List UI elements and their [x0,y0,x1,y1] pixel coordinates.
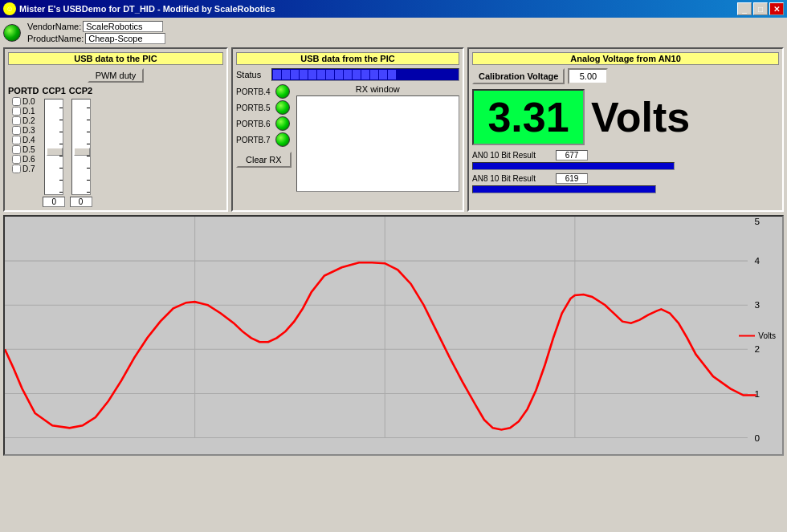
top-bar: VendorName: ScaleRobotics ProductName: C… [3,21,784,44]
calib-row: Calibration Voltage 5.00 [472,68,779,84]
portd-check-label-0: D.0 [22,97,35,106]
an0-bar [472,162,675,170]
section-panels: USB data to the PIC PWM duty PORTD D.0D.… [3,47,784,212]
an0-value: 677 [556,150,588,160]
an0-label: AN0 10 Bit Result [472,151,553,160]
calib-label: Calibration Voltage [472,68,565,84]
calib-value: 5.00 [568,68,608,84]
analog-voltage-title: Analog Voltage from AN10 [472,52,779,65]
portb-led-0 [275,84,290,99]
portd-check-label-2: D.2 [22,116,35,125]
status-row: Status [236,68,459,81]
ccp2-value: 0 [70,197,92,207]
portd-check-row-4: D.4 [12,136,35,144]
rx-textarea[interactable] [296,95,459,192]
portd-checkbox-3[interactable] [12,126,21,135]
portd-check-label-5: D.5 [22,145,35,154]
portb-row-3: PORTB.7 [236,132,292,147]
clear-rx-button[interactable]: Clear RX [236,152,292,168]
portd-check-label-6: D.6 [22,155,35,164]
product-name-label: ProductName: [27,34,84,43]
voltage-display-row: 3.31 Volts [472,89,779,145]
an8-value: 619 [556,173,588,184]
ccp1-header: CCP1 [43,86,66,95]
portb-label-2: PORTB.6 [236,120,271,128]
legend-line [739,335,755,336]
vendor-info: VendorName: ScaleRobotics ProductName: C… [27,21,165,44]
portd-check-row-6: D.6 [12,155,35,164]
portd-check-row-7: D.7 [12,164,35,173]
portb-led-2 [275,116,290,131]
an8-bar [472,185,656,193]
product-name-value: Cheap-Scope [85,33,165,44]
svg-text:4: 4 [755,256,760,266]
portb-label-0: PORTB.4 [236,87,271,96]
portb-led-1 [275,100,290,115]
ccp1-slider-track [44,99,63,195]
portd-check-row-0: D.0 [12,97,35,106]
main-content: VendorName: ScaleRobotics ProductName: C… [0,18,787,532]
portd-checkbox-4[interactable] [12,136,21,144]
vendor-name-value: ScaleRobotics [83,21,163,32]
portd-checkbox-0[interactable] [12,97,21,106]
portb-section: PORTB.4PORTB.5PORTB.6PORTB.7 Clear RX [236,84,292,192]
svg-rect-0 [5,217,782,454]
usb-from-pic-panel: USB data from the PIC Status [231,47,464,212]
an8-label: AN8 10 Bit Result [472,174,553,183]
svg-text:2: 2 [755,345,760,355]
pwm-label: PWM duty [88,68,145,83]
an0-row: AN0 10 Bit Result 677 [472,150,779,160]
portd-checkbox-2[interactable] [12,116,21,125]
window-title: Mister E's USBDemo for DT_HID - Modified… [19,4,275,14]
close-button[interactable]: ✕ [769,2,784,15]
usb-to-pic-panel: USB data to the PIC PWM duty PORTD D.0D.… [3,47,228,212]
portd-checkbox-7[interactable] [12,164,21,173]
ccp2-col: CCP2 0 [69,86,92,207]
portb-label-3: PORTB.7 [236,136,271,144]
ccp2-slider-thumb[interactable] [74,148,90,156]
maximize-button[interactable]: □ [753,2,768,15]
portd-check-row-1: D.1 [12,107,35,116]
portd-check-label-1: D.1 [22,107,35,116]
vendor-name-label: VendorName: [27,22,81,31]
ccp2-slider-track [71,99,91,195]
svg-text:0: 0 [755,433,760,443]
portd-check-row-5: D.5 [12,145,35,154]
analog-voltage-panel: Analog Voltage from AN10 Calibration Vol… [467,47,784,212]
portd-check-row-2: D.2 [12,116,35,125]
chart-area: 0 1 2 3 4 5 Volts [3,215,784,456]
ccp1-slider-thumb[interactable] [47,148,63,156]
portb-row-1: PORTB.5 [236,100,292,115]
volts-label: Volts [591,93,690,141]
chart-svg: 0 1 2 3 4 5 [5,217,782,454]
minimize-button[interactable]: _ [737,2,752,15]
ccp2-header: CCP2 [69,86,92,95]
rx-window-label: RX window [296,84,459,94]
usb-to-pic-title: USB data to the PIC [8,52,223,65]
title-bar: ☺ Mister E's USBDemo for DT_HID - Modifi… [0,0,787,18]
connection-led [3,24,21,42]
portb-row-2: PORTB.6 [236,116,292,131]
status-bar [271,68,459,81]
app-icon: ☺ [3,2,16,15]
chart-legend: Volts [739,331,776,340]
portd-checkboxes: D.0D.1D.2D.3D.4D.5D.6D.7 [12,97,35,173]
status-label: Status [236,70,268,79]
svg-text:3: 3 [755,301,760,311]
portd-checkbox-6[interactable] [12,155,21,164]
svg-text:1: 1 [755,389,760,399]
portd-checkbox-5[interactable] [12,145,21,154]
portb-led-3 [275,132,290,147]
portd-col: PORTD D.0D.1D.2D.3D.4D.5D.6D.7 [8,86,39,207]
ccp1-col: CCP1 0 [43,86,66,207]
from-pic-inner: PORTB.4PORTB.5PORTB.6PORTB.7 Clear RX RX… [236,84,459,192]
portd-check-row-3: D.3 [12,126,35,135]
portd-checkbox-1[interactable] [12,107,21,116]
portd-check-label-4: D.4 [22,136,35,144]
an8-row: AN8 10 Bit Result 619 [472,173,779,184]
portd-check-label-3: D.3 [22,126,35,135]
big-voltage-display: 3.31 [472,89,585,145]
portb-rows: PORTB.4PORTB.5PORTB.6PORTB.7 [236,84,292,147]
svg-text:5: 5 [755,217,760,226]
rx-window-area: RX window [296,84,459,192]
